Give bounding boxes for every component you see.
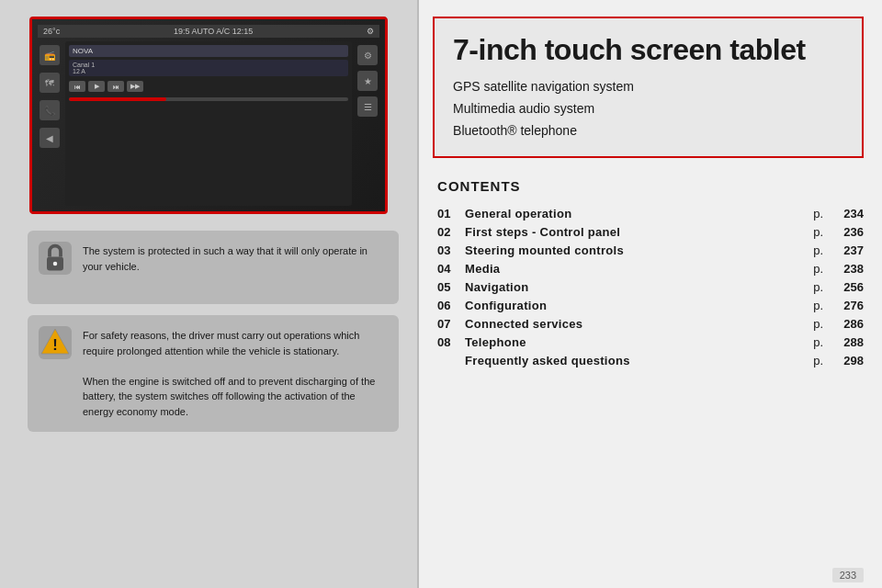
screen-icon-settings: ⚙ bbox=[357, 45, 378, 65]
toc-page-4: 256 bbox=[831, 280, 864, 294]
screen-progress bbox=[69, 97, 348, 101]
toc-row: 01 General operation p. 234 bbox=[437, 207, 864, 220]
toc-number-7: 08 bbox=[437, 335, 465, 349]
toc-number-4: 05 bbox=[437, 280, 465, 294]
toc-p-6: p. bbox=[813, 317, 823, 331]
svg-point-1 bbox=[53, 262, 58, 266]
toc-p-3: p. bbox=[813, 262, 823, 276]
toc-p-2: p. bbox=[813, 243, 823, 257]
screen-icon-phone: 📞 bbox=[40, 100, 60, 120]
left-panel: 26°c 19:5 AUTO A/C 12:15 ⚙ 📻 🗺 📞 ◀ NOVA bbox=[0, 0, 417, 588]
contents-section: CONTENTS 01 General operation p. 234 02 … bbox=[419, 158, 882, 564]
header-title: 7-inch touch screen tablet bbox=[453, 33, 843, 67]
prev-btn: ⏮ bbox=[69, 81, 85, 92]
toc-label-3: Media bbox=[465, 262, 813, 276]
toc-label-5: Configuration bbox=[465, 299, 813, 312]
toc-number-1: 02 bbox=[437, 225, 465, 239]
toc-p-7: p. bbox=[813, 335, 823, 349]
screen-content: 📻 🗺 📞 ◀ NOVA Canal 1 12 A bbox=[38, 41, 379, 206]
toc-row: 07 Connected services p. 286 bbox=[437, 317, 864, 331]
toc-page-6: 286 bbox=[831, 317, 864, 331]
right-panel: 7-inch touch screen tablet GPS satellite… bbox=[419, 0, 882, 588]
warning-icon: ! bbox=[39, 326, 72, 359]
screen-icon-back: ◀ bbox=[40, 128, 60, 148]
device-screen: 26°c 19:5 AUTO A/C 12:15 ⚙ 📻 🗺 📞 ◀ NOVA bbox=[32, 19, 385, 211]
screen-media-info: Canal 1 12 A bbox=[69, 60, 348, 76]
screen-icon-star: ★ bbox=[357, 71, 378, 91]
screen-right-icons: ⚙ ★ ☰ bbox=[356, 41, 379, 206]
toc-label-6: Connected services bbox=[465, 317, 813, 331]
screen-left-icons: 📻 🗺 📞 ◀ bbox=[38, 41, 62, 206]
warning-info-box: ! For safety reasons, the driver must ca… bbox=[28, 315, 399, 432]
page-number: 233 bbox=[832, 568, 864, 582]
lock-icon bbox=[39, 242, 72, 275]
toc-row: 02 First steps - Control panel p. 236 bbox=[437, 225, 864, 239]
play-btn: ▶ bbox=[88, 81, 105, 92]
toc-row: 04 Media p. 238 bbox=[437, 262, 864, 276]
toc-p-5: p. bbox=[813, 299, 823, 312]
toc-label-7: Telephone bbox=[465, 335, 813, 349]
contents-title: CONTENTS bbox=[437, 178, 864, 194]
screen-info: 19:5 AUTO A/C 12:15 bbox=[174, 27, 253, 36]
toc-row: 06 Configuration p. 276 bbox=[437, 299, 864, 312]
faq-label: Frequently asked questions bbox=[465, 354, 813, 368]
subtitle-line2: Multimedia audio system bbox=[453, 98, 843, 120]
info-boxes: The system is protected in such a way th… bbox=[0, 214, 417, 588]
lock-info-text: The system is protected in such a way th… bbox=[83, 243, 386, 274]
toc-p-1: p. bbox=[813, 225, 823, 239]
faq-p: p. bbox=[813, 354, 823, 368]
screen-gear-icon: ⚙ bbox=[367, 27, 374, 36]
toc-row-faq: Frequently asked questions p. 298 bbox=[437, 354, 864, 368]
screen-top-bar: 26°c 19:5 AUTO A/C 12:15 ⚙ bbox=[38, 25, 379, 38]
toc-number-3: 04 bbox=[437, 262, 465, 276]
toc-page-7: 288 bbox=[831, 335, 864, 349]
faq-page: 298 bbox=[831, 354, 864, 368]
toc-label-4: Navigation bbox=[465, 280, 813, 294]
lock-info-box: The system is protected in such a way th… bbox=[28, 231, 399, 304]
toc-label-2: Steering mounted controls bbox=[465, 243, 813, 257]
header-subtitles: GPS satellite navigation system Multimed… bbox=[453, 76, 843, 141]
screen-station: NOVA bbox=[69, 45, 348, 57]
toc-number-0: 01 bbox=[437, 207, 465, 220]
screen-icon-list: ☰ bbox=[357, 96, 378, 117]
subtitle-line3: Bluetooth® telephone bbox=[453, 120, 843, 142]
toc-label-1: First steps - Control panel bbox=[465, 225, 813, 239]
next-btn: ⏭ bbox=[107, 81, 124, 92]
screen-controls: ⏮ ▶ ⏭ ▶▶ bbox=[69, 81, 348, 92]
toc-p-0: p. bbox=[813, 207, 823, 220]
toc-page-1: 236 bbox=[831, 225, 864, 239]
screen-temp: 26°c bbox=[43, 27, 60, 36]
toc-label-0: General operation bbox=[465, 207, 813, 220]
screen-icon-radio: 📻 bbox=[40, 45, 60, 65]
header-box: 7-inch touch screen tablet GPS satellite… bbox=[433, 17, 864, 158]
screen-main: NOVA Canal 1 12 A ⏮ ▶ ⏭ ▶▶ bbox=[65, 41, 352, 206]
screen-progress-fill bbox=[69, 97, 166, 101]
toc-table: 01 General operation p. 234 02 First ste… bbox=[437, 207, 864, 349]
toc-row: 08 Telephone p. 288 bbox=[437, 335, 864, 349]
screen-icon-nav: 🗺 bbox=[40, 73, 60, 93]
toc-row: 05 Navigation p. 256 bbox=[437, 280, 864, 294]
toc-page-2: 237 bbox=[831, 243, 864, 257]
toc-number-5: 06 bbox=[437, 299, 465, 312]
main-container: 26°c 19:5 AUTO A/C 12:15 ⚙ 📻 🗺 📞 ◀ NOVA bbox=[0, 0, 882, 588]
toc-p-4: p. bbox=[813, 280, 823, 294]
subtitle-line1: GPS satellite navigation system bbox=[453, 76, 843, 98]
toc-number-2: 03 bbox=[437, 243, 465, 257]
toc-page-3: 238 bbox=[831, 262, 864, 276]
device-image-box: 26°c 19:5 AUTO A/C 12:15 ⚙ 📻 🗺 📞 ◀ NOVA bbox=[29, 17, 388, 214]
more-btn: ▶▶ bbox=[127, 81, 143, 92]
warning-info-text-1: For safety reasons, the driver must carr… bbox=[83, 328, 386, 419]
footer-bar: 233 bbox=[419, 564, 882, 588]
toc-page-0: 234 bbox=[831, 207, 864, 220]
toc-page-5: 276 bbox=[831, 299, 864, 312]
toc-row: 03 Steering mounted controls p. 237 bbox=[437, 243, 864, 257]
toc-number-6: 07 bbox=[437, 317, 465, 331]
svg-text:!: ! bbox=[52, 336, 58, 353]
